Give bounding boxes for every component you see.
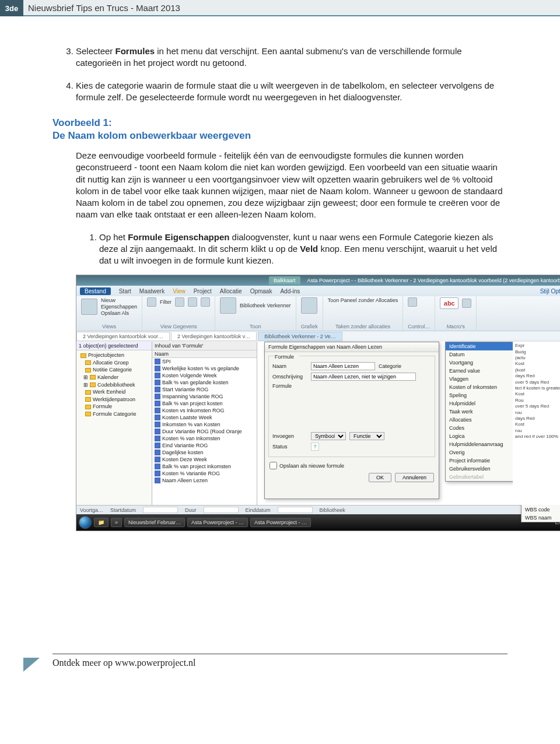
list-item[interactable]: Naam Alleen Lezen (152, 477, 257, 484)
taskbar-item[interactable]: Asta Powerproject - … (187, 518, 248, 527)
menu-item[interactable]: Kosten of Inkomsten (446, 383, 520, 391)
view-icon[interactable] (81, 299, 97, 315)
doc-tab[interactable]: 2 Verdiepingen kantoorblok voor… (76, 332, 170, 341)
menu-item[interactable]: Logica (446, 432, 520, 440)
menu-item[interactable]: Speling (446, 391, 520, 399)
ribbon-opslaan-als[interactable]: Opslaan Als (101, 310, 137, 316)
doc-tab[interactable]: 2 Verdiepingen kantoorblok v… (171, 332, 257, 341)
tree-item[interactable]: Formule Categorie (79, 410, 149, 418)
tabblad-icon[interactable] (408, 297, 417, 307)
library-icon[interactable] (220, 297, 236, 314)
cancel-button[interactable]: Annuleren (395, 473, 434, 482)
tab-view[interactable]: View (173, 288, 186, 294)
filter-icon[interactable] (147, 297, 156, 307)
menu-item[interactable]: Gebruikersvelden (446, 465, 520, 473)
spelling-icon[interactable]: abc (440, 297, 459, 309)
tab-file[interactable]: Bestand (80, 287, 111, 295)
menu-item[interactable]: Taak werk (446, 408, 520, 416)
sort-icon[interactable] (175, 297, 184, 307)
ribbon-eigenschappen[interactable]: Eigenschappen (101, 304, 137, 310)
windows-taskbar: 📁 » Nieuwsbrief Februar… Asta Powerproje… (76, 514, 560, 531)
tree-item[interactable]: Notitie Categorie (79, 366, 149, 374)
histogram-icon[interactable] (301, 297, 317, 314)
menu-item[interactable]: Overig (446, 448, 520, 457)
page-header-title: Nieuwsbrief Tips en Trucs - Maart 2013 (23, 0, 560, 16)
tab-addins[interactable]: Add-ins (280, 288, 300, 294)
naam-input[interactable] (311, 362, 375, 370)
menu-item[interactable]: Gebruikertabel (446, 473, 520, 481)
ok-button[interactable]: OK (369, 473, 391, 482)
menu-item[interactable]: Voortgang (446, 359, 520, 367)
functie-select[interactable]: Functie (349, 432, 384, 440)
tree-item[interactable]: Werktijdenpatroon (79, 396, 149, 403)
startdatum-input[interactable] (143, 507, 178, 513)
footer-accent-icon (23, 658, 40, 672)
list-item[interactable]: Inkomsten % van Kosten (152, 421, 257, 428)
list-item[interactable]: Werkelijke kosten % vs geplande (152, 365, 257, 372)
menu-item[interactable]: Codes (446, 424, 520, 432)
menu-item[interactable]: Identificatie (446, 342, 520, 350)
menu-item[interactable]: Project informatie (446, 457, 520, 465)
menu-item[interactable]: Vlaggen (446, 375, 520, 383)
style-options[interactable]: Stijl Opties ▾ ❍ (540, 288, 560, 294)
window-titlebar: Balkkaart Asta Powerproject - - Biblioth… (76, 275, 560, 286)
field-category-menu: IdentificatieDatumVoortgangEarned valueV… (445, 342, 521, 482)
list-item[interactable]: Kosten Deze Week (152, 456, 257, 463)
list-item[interactable]: Balk % van project inkomsten (152, 463, 257, 470)
tree-item[interactable]: Projectobjecten (79, 352, 149, 359)
list-item[interactable]: Duur Variantie ROG (Rood Oranje (152, 428, 257, 435)
tree-item[interactable]: ⊞Kalender (79, 374, 149, 381)
tab-maatwerk[interactable]: Maatwerk (139, 288, 164, 294)
omschrijving-input[interactable] (311, 373, 416, 381)
list-item[interactable]: Kosten % van Inkomsten (152, 435, 257, 442)
taskbar-item[interactable]: Nieuwsbrief Februar… (124, 518, 185, 527)
tab-opmaak[interactable]: Opmaak (250, 288, 272, 294)
list-panel: Inhoud van 'Formule' Naam SPIWerkelijke … (152, 342, 257, 505)
page-badge: 3de (0, 0, 23, 16)
list-item[interactable]: Dagelijkse kosten (152, 449, 257, 456)
doc-tab[interactable]: Bibliotheek Verkenner - 2 Ve… (258, 332, 342, 341)
symbool-select[interactable]: Symbool (311, 432, 346, 440)
macro-icon[interactable] (462, 299, 471, 308)
submenu-item[interactable]: WBS naam (522, 514, 560, 522)
example-heading: Voorbeeld 1: (52, 117, 508, 129)
list-item[interactable]: Inspanning Variantie ROG (152, 393, 257, 400)
list-item[interactable]: Balk % van geplande kosten (152, 379, 257, 386)
taskbar-item[interactable]: » (111, 518, 122, 527)
menu-item[interactable]: Datum (446, 350, 520, 359)
duur-input[interactable] (204, 507, 239, 513)
list-item[interactable]: Kosten % Variantie ROG (152, 470, 257, 477)
list-item[interactable]: Kosten Volgende Week (152, 372, 257, 379)
submenu-item[interactable]: WBS code (522, 506, 560, 514)
tab-allocatie[interactable]: Allocatie (220, 288, 242, 294)
help-icon[interactable]: ? (311, 443, 319, 451)
taskbar-item[interactable]: Asta Powerproject - … (250, 518, 311, 527)
taskbar-item[interactable]: 📁 (94, 518, 108, 527)
list-item[interactable]: Start Variantie ROG (152, 386, 257, 393)
tab-project[interactable]: Project (194, 288, 212, 294)
tab-start[interactable]: Start (119, 288, 131, 294)
list-item[interactable]: Kosten Laatste Week (152, 414, 257, 421)
ribbon-nieuw[interactable]: Nieuw (101, 297, 137, 303)
table-icon[interactable] (188, 297, 197, 307)
dialog-title: Formule Eigenschappen van Naam Alleen Le… (265, 342, 439, 352)
menu-item[interactable]: Allocaties (446, 416, 520, 424)
column-icon[interactable] (201, 297, 210, 307)
step-3: Selecteer Formules in het menu dat versc… (76, 45, 508, 69)
menu-item[interactable]: Hulpmiddel (446, 399, 520, 408)
menu-item[interactable]: Earned value (446, 367, 520, 375)
tree-item[interactable]: ⊞Codebibliotheek (79, 381, 149, 389)
tree-item[interactable]: Formule (79, 403, 149, 410)
list-item[interactable]: Kosten vs Inkomsten ROG (152, 407, 257, 414)
list-item[interactable]: Eind Variantie ROG (152, 442, 257, 449)
context-tab[interactable]: Balkkaart (269, 276, 300, 285)
tree-item[interactable]: Werk Eenheid (79, 388, 149, 396)
save-as-new-checkbox[interactable] (270, 462, 277, 469)
start-orb-icon[interactable] (79, 516, 92, 529)
list-item[interactable]: SPI (152, 358, 257, 365)
tree-item[interactable]: Allocatie Groep (79, 359, 149, 367)
example-paragraph: Deze eenvoudige voorbeeld formule - feit… (76, 150, 508, 221)
list-item[interactable]: Balk % van project kosten (152, 400, 257, 407)
menu-item[interactable]: Hulpmiddelenaanvraag (446, 440, 520, 448)
einddatum-input[interactable] (278, 507, 313, 513)
